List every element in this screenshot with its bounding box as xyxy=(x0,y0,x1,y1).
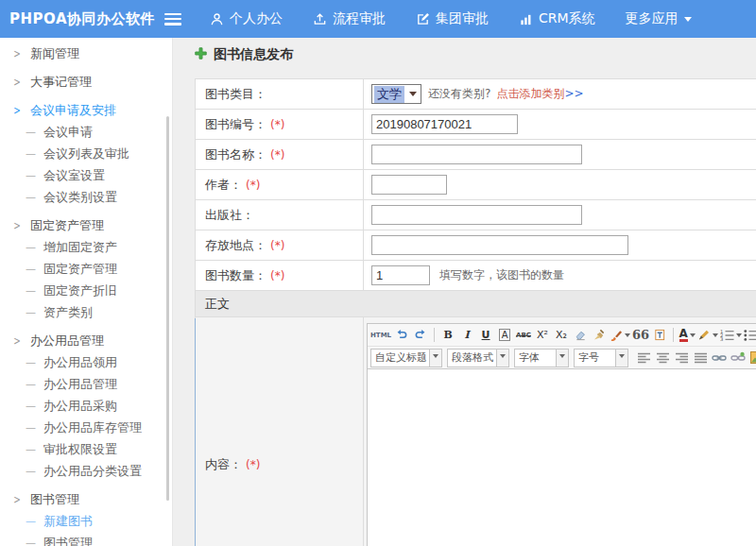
sidebar-item-label: 会议申请 xyxy=(43,124,93,141)
align-right-icon[interactable] xyxy=(673,349,690,367)
dash-icon: — xyxy=(26,169,36,181)
anchor-icon[interactable] xyxy=(730,349,747,367)
dash-icon: — xyxy=(26,126,36,138)
fontcolor-button[interactable]: A xyxy=(679,326,696,344)
font-family-select[interactable]: 字体 xyxy=(514,349,569,367)
nav-item-workflow-approval[interactable]: 流程审批 xyxy=(313,10,386,27)
chevron-right-icon: > xyxy=(13,47,21,60)
dash-icon: — xyxy=(26,537,36,546)
sidebar-item-4-5[interactable]: —办公用品分类设置 xyxy=(0,460,172,482)
sidebar-item-label: 增加固定资产 xyxy=(43,239,117,256)
source-button[interactable]: HTML xyxy=(370,326,391,344)
nav-item-label: 更多应用 xyxy=(626,10,679,27)
sidebar-group-1[interactable]: >大事记管理 xyxy=(0,71,172,93)
highlight-pen-icon[interactable] xyxy=(697,326,718,344)
paragraph-format-select[interactable]: 段落格式 xyxy=(447,349,509,367)
font-size-select[interactable]: 字号 xyxy=(574,349,628,367)
sidebar-item-5-1[interactable]: —图书管理 xyxy=(0,532,172,546)
nav-item-group-approval[interactable]: 集团审批 xyxy=(416,10,489,27)
chevron-right-icon: > xyxy=(13,76,21,89)
strikethrough-button[interactable]: ABC xyxy=(515,326,532,344)
paintformat-icon[interactable] xyxy=(610,326,630,344)
caret-down-icon xyxy=(429,350,441,367)
sidebar-scrollbar[interactable] xyxy=(166,116,169,501)
image-icon[interactable] xyxy=(748,349,756,367)
unordered-list-icon[interactable] xyxy=(744,326,756,344)
undo-icon[interactable] xyxy=(393,326,410,344)
sidebar-item-2-3[interactable]: —会议类别设置 xyxy=(0,186,172,208)
sidebar-group-4[interactable]: >办公用品管理 xyxy=(0,330,172,351)
nav-item-crm-system[interactable]: CRM系统 xyxy=(519,10,595,27)
formatclear-icon[interactable] xyxy=(591,326,608,344)
align-center-icon[interactable] xyxy=(654,349,671,367)
ordered-list-icon[interactable]: 123 xyxy=(720,326,742,344)
sidebar-item-2-2[interactable]: —会议室设置 xyxy=(0,164,172,186)
align-left-icon[interactable] xyxy=(635,349,652,367)
eraser-icon[interactable] xyxy=(572,326,589,344)
select-label: 自定义标题 xyxy=(371,350,429,367)
sidebar-item-4-4[interactable]: —审批权限设置 xyxy=(0,438,172,460)
chevron-right-icon: > xyxy=(13,104,21,117)
sidebar-item-3-2[interactable]: —固定资产折旧 xyxy=(0,280,172,301)
autotypeset-button[interactable]: A xyxy=(496,326,513,344)
sidebar-item-4-1[interactable]: —办公用品管理 xyxy=(0,373,172,395)
sidebar-item-4-3[interactable]: —办公用品库存管理 xyxy=(0,417,172,438)
book-name-input[interactable] xyxy=(371,145,582,164)
sidebar-item-label: 固定资产折旧 xyxy=(43,282,117,299)
redo-icon[interactable] xyxy=(412,326,429,344)
pastetext-icon[interactable] xyxy=(651,326,668,344)
required-mark: (*) xyxy=(246,458,260,471)
sidebar-item-4-2[interactable]: —办公用品采购 xyxy=(0,395,172,417)
field-label: 图书数量： xyxy=(205,267,266,284)
caret-down-icon xyxy=(684,17,692,26)
sidebar-group-3[interactable]: >固定资产管理 xyxy=(0,214,172,236)
book-code-input[interactable] xyxy=(371,114,518,134)
page-title: 图书信息发布 xyxy=(195,46,293,63)
sidebar-item-3-3[interactable]: —资产类别 xyxy=(0,301,172,323)
content-row-left-border xyxy=(195,318,196,546)
sidebar-item-4-0[interactable]: —办公用品领用 xyxy=(0,351,172,373)
author-input[interactable] xyxy=(371,175,447,195)
sidebar-group-5[interactable]: >图书管理 xyxy=(0,488,172,510)
dash-icon: — xyxy=(26,515,36,527)
category-select[interactable]: 文学 xyxy=(371,84,421,104)
italic-button[interactable]: I xyxy=(458,326,475,344)
quantity-input[interactable] xyxy=(371,265,430,285)
publisher-input[interactable] xyxy=(371,205,582,225)
caret-down-icon xyxy=(496,350,508,367)
rich-text-editor: HTMLBIUAABCX²X₂66A123 自定义标题段落格式字体字号 xyxy=(367,323,756,546)
sidebar-group-0[interactable]: >新闻管理 xyxy=(0,43,172,64)
dash-icon: — xyxy=(26,241,36,253)
blockquote-button[interactable]: 66 xyxy=(632,326,649,344)
link-icon[interactable] xyxy=(711,349,728,367)
sidebar-item-2-0[interactable]: —会议申请 xyxy=(0,121,172,143)
dash-icon: — xyxy=(26,421,36,434)
form-row-name: 图书名称：(*) xyxy=(196,140,756,170)
sidebar-item-3-0[interactable]: —增加固定资产 xyxy=(0,236,172,258)
bold-button[interactable]: B xyxy=(439,326,456,344)
sidebar-group-2[interactable]: >会议申请及安排 xyxy=(0,99,172,121)
sidebar-item-label: 新建图书 xyxy=(43,513,93,530)
custom-title-select[interactable]: 自定义标题 xyxy=(370,349,442,367)
body-section-header: 正文 xyxy=(196,291,756,317)
caret-down-icon xyxy=(690,333,696,340)
required-mark: (*) xyxy=(270,269,284,282)
form-row-author: 作者：(*) xyxy=(196,170,756,200)
superscript-button[interactable]: X² xyxy=(534,326,551,344)
location-input[interactable] xyxy=(371,235,628,255)
nav-item-more-apps[interactable]: 更多应用 xyxy=(626,10,692,27)
sidebar-item-2-1[interactable]: —会议列表及审批 xyxy=(0,143,172,164)
subscript-button[interactable]: X₂ xyxy=(553,326,570,344)
add-category-link[interactable]: 点击添加类别>> xyxy=(496,86,583,102)
sidebar-item-label: 办公用品采购 xyxy=(43,398,117,415)
nav-item-label: CRM系统 xyxy=(539,10,595,27)
hamburger-menu-icon[interactable] xyxy=(164,13,181,26)
caret-down-icon xyxy=(736,333,742,340)
nav-item-personal-office[interactable]: 个人办公 xyxy=(210,10,283,27)
sidebar-item-3-1[interactable]: —固定资产管理 xyxy=(0,258,172,280)
sidebar-item-5-0[interactable]: —新建图书 xyxy=(0,510,172,532)
underline-button[interactable]: U xyxy=(477,326,494,344)
align-justify-icon[interactable] xyxy=(692,349,709,367)
editor-content-area[interactable] xyxy=(368,369,756,546)
dash-icon: — xyxy=(26,263,36,275)
